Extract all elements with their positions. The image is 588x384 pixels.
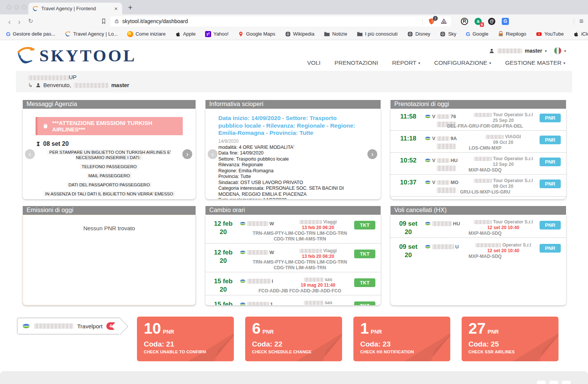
zoom-window-button[interactable] xyxy=(22,5,26,9)
carousel-next-icon[interactable]: › xyxy=(182,149,192,159)
user-icon xyxy=(36,83,41,88)
new-tab-button[interactable]: + xyxy=(128,3,132,12)
redacted-operator xyxy=(299,249,322,253)
close-window-button[interactable] xyxy=(7,5,11,9)
tkt-button[interactable]: TKT xyxy=(354,250,375,258)
translate-extension-icon[interactable]: G xyxy=(502,18,509,25)
italy-flag-icon[interactable] xyxy=(554,47,562,55)
bookmark-item[interactable]: Disney xyxy=(407,31,431,37)
panel-body: Nessun PNR trovato xyxy=(23,215,196,305)
bookmark-item[interactable]: Sky xyxy=(440,31,456,37)
travelport-icon xyxy=(425,113,431,120)
nav-configurazione[interactable]: CONFIGURAZIONE▾ xyxy=(434,59,491,66)
extension-at-icon[interactable]: @ xyxy=(488,18,495,25)
bookmark-item[interactable]: GGestore delle pas... xyxy=(6,31,55,37)
close-tab-icon[interactable]: × xyxy=(114,5,118,12)
hamburger-menu-icon[interactable]: ≡ xyxy=(579,17,583,25)
minimize-window-button[interactable] xyxy=(14,5,19,9)
reload-icon[interactable]: ↻ xyxy=(26,18,36,24)
bookmark-label: YouTube xyxy=(544,31,564,37)
tkt-button[interactable]: TKT xyxy=(354,221,375,229)
divider xyxy=(422,18,423,25)
greeting-line: ↳ Benvenuto, master xyxy=(28,82,566,89)
alert-banner: ***ATTENZIONE EMISSIONI TURKISH AIRLINES… xyxy=(36,117,183,135)
queue-card-25[interactable]: 27PNR Coda: 25 CHECK SSR AIRLINES xyxy=(462,317,558,361)
strike-detail: Provincia: Tutte xyxy=(218,174,360,180)
panel-title: Informativa scioperi xyxy=(205,100,381,109)
pnr-button[interactable]: PNR xyxy=(540,221,561,229)
bookmark-label: Sky xyxy=(448,31,456,37)
strike-detail: Data fine: 14/09/2020 xyxy=(218,150,360,156)
forward-icon[interactable]: › xyxy=(14,17,24,25)
carousel-next-icon[interactable]: › xyxy=(367,149,377,159)
footer-button[interactable] xyxy=(549,381,558,384)
panel-title: Voli cancellati (HX) xyxy=(390,206,566,215)
user-menu[interactable]: master ▾ ▾ xyxy=(489,47,566,55)
window-controls xyxy=(7,5,26,9)
bookmark-label: Disney xyxy=(415,31,431,37)
bookmark-icon[interactable] xyxy=(101,18,107,25)
nav-voli[interactable]: VOLI xyxy=(307,59,320,66)
queue-card-21[interactable]: 10PNR Coda: 21 CHECK UNABLE TO CONFIRM xyxy=(137,317,234,361)
empty-message: Nessun PNR trovato xyxy=(23,225,195,231)
bookmark-item[interactable]: y!Yahoo! xyxy=(205,31,229,37)
redacted-code xyxy=(432,244,454,249)
strike-headline-link[interactable]: Data inizio: 14/09/2020 - Settore: Trasp… xyxy=(218,114,360,137)
bookmark-folder[interactable]: Notizie xyxy=(324,31,347,37)
queues-section: Travelport 44 10PNR Coda: 21 CHECK UNABL… xyxy=(17,317,588,361)
bookmark-item[interactable]: Come iniziare xyxy=(127,31,165,37)
footer-button[interactable] xyxy=(562,381,571,384)
adblock-extension-icon[interactable]: a6 xyxy=(474,18,482,25)
tkt-button[interactable]: TKT xyxy=(354,278,375,287)
back-icon[interactable]: ‹ xyxy=(5,17,14,25)
travelport-queue-badge[interactable]: Travelport 44 xyxy=(17,318,120,334)
apple-icon xyxy=(175,31,181,37)
footer-button[interactable] xyxy=(537,381,546,384)
redacted-code xyxy=(437,114,450,119)
pnr-button[interactable]: PNR xyxy=(540,244,561,253)
nav-prenotazioni[interactable]: PRENOTAZIONI xyxy=(334,59,378,66)
panel-body: 12 feb20 W Viaggi 13 feb 20 06:20 TRN-AM… xyxy=(205,215,381,305)
panel-body: 09 set20 HU Tour Operator S.r.l 12 set 2… xyxy=(390,215,566,305)
skytool-logo[interactable]: SKYTOOL xyxy=(15,45,137,66)
pnr-button[interactable]: PNR xyxy=(540,158,561,166)
carousel-prev-icon[interactable]: ‹ xyxy=(208,149,218,159)
strike-date: 14/9/2020 xyxy=(218,139,360,144)
schedule-change-row: 12 feb20 W Viaggi 13 feb 20 06:20 TRN-AM… xyxy=(205,244,381,272)
booking-row: 11:58 V76 Tour Operator S.r.l 25 Sep 20 … xyxy=(390,109,566,131)
bookmark-item[interactable]: Riepilogo xyxy=(498,31,526,37)
extension-r-icon[interactable]: R xyxy=(461,18,468,25)
row-date: 09 set20 xyxy=(392,241,425,259)
brave-rewards-icon[interactable] xyxy=(440,18,447,25)
nav-label: REPORT xyxy=(392,59,416,66)
browser-tab[interactable]: Travel Agency | Frontend × xyxy=(28,3,122,14)
tkt-button[interactable]: TKT xyxy=(354,301,375,305)
queue-card-22[interactable]: 6PNR Coda: 22 CHECK SCHEDULE CHANGE xyxy=(245,317,342,361)
bookmark-item[interactable]: Travel Agency | Lo... xyxy=(65,31,118,37)
brave-shield-icon[interactable]: 1 xyxy=(428,18,435,25)
queue-card-23[interactable]: 1PNR Coda: 23 CHECK HX NOTIFICATION xyxy=(353,317,450,361)
bookmark-folder[interactable]: I più conosciuti xyxy=(357,31,398,37)
bookmark-item[interactable]: Wikipedia xyxy=(285,31,314,37)
browser-menu-group: ≡ xyxy=(574,17,583,25)
pnr-button[interactable]: PNR xyxy=(540,136,561,144)
bookmark-label: Yahoo! xyxy=(213,31,229,37)
card-unit: PNR xyxy=(488,329,499,335)
booking-route: MXP-MAD-SDQ xyxy=(434,167,536,173)
urlbar-actions: 1 xyxy=(422,18,447,25)
nav-gestione-master[interactable]: GESTIONE MASTER▾ xyxy=(505,59,565,66)
pnr-button[interactable]: PNR xyxy=(540,114,561,122)
address-bar[interactable]: skytool.it/agency/dashboard 1 xyxy=(110,16,451,27)
bookmark-item[interactable]: GGoogle xyxy=(466,31,488,37)
pnr-button[interactable]: PNR xyxy=(540,180,561,188)
schedule-change-row: 12 feb20 W Viaggi 13 feb 20 06:20 TRN-AM… xyxy=(205,215,381,244)
panel-emissioni-di-oggi: Emissioni di oggi Nessun PNR trovato xyxy=(23,206,196,305)
bookmark-item[interactable]: YouTube xyxy=(536,31,564,37)
carousel-prev-icon[interactable]: ‹ xyxy=(25,149,35,159)
bookmark-item[interactable]: Google Maps xyxy=(238,31,275,37)
bookmark-item[interactable]: Apple xyxy=(175,31,196,37)
nav-report[interactable]: REPORT▾ xyxy=(392,59,420,66)
paper-plane-icon xyxy=(291,328,342,361)
nav-label: GESTIONE MASTER xyxy=(505,59,562,66)
bookmark-item[interactable]: iCloud xyxy=(573,31,588,37)
